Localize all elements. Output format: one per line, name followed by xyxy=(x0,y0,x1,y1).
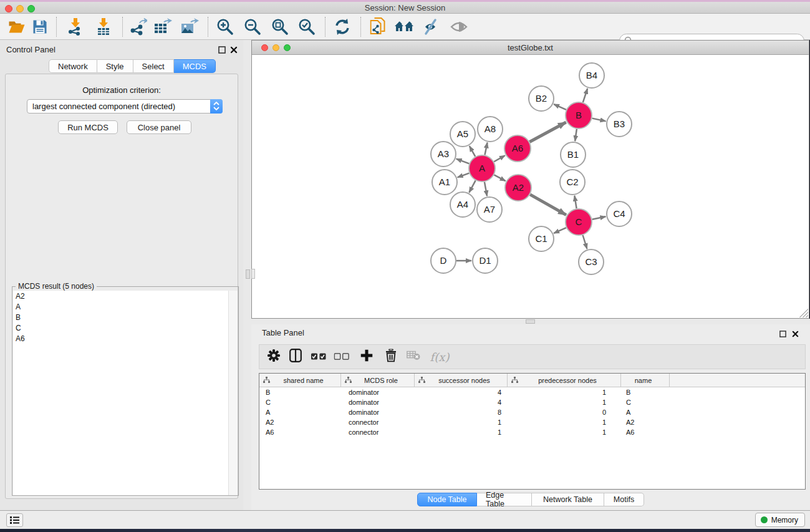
graph-node-A7[interactable]: A7 xyxy=(477,197,502,222)
table-cell[interactable]: B xyxy=(621,389,670,396)
column-header-name[interactable]: name xyxy=(621,374,670,387)
graph-edge-B-B1[interactable] xyxy=(575,129,577,141)
add-icon[interactable] xyxy=(361,350,373,364)
delete-table-icon[interactable] xyxy=(407,351,420,363)
graph-node-A1[interactable]: A1 xyxy=(432,170,457,195)
column-header-shared-name[interactable]: shared name xyxy=(259,374,341,387)
graph-node-D[interactable]: D xyxy=(431,248,456,273)
mcds-result-item[interactable]: A2 xyxy=(13,291,229,301)
window-resize-grip[interactable] xyxy=(799,309,808,317)
columns-icon[interactable] xyxy=(289,349,302,365)
table-cell[interactable]: 8 xyxy=(415,409,508,416)
graph-node-B3[interactable]: B3 xyxy=(607,112,632,137)
graph-edge-C-C4[interactable] xyxy=(592,216,606,219)
graph-node-A[interactable]: A xyxy=(469,155,495,181)
table-cell[interactable]: A xyxy=(259,409,341,416)
graph-edge-C-C1[interactable] xyxy=(554,228,566,233)
refresh-icon[interactable] xyxy=(334,19,350,35)
graph-edge-A6-B[interactable] xyxy=(529,122,566,142)
table-cell[interactable]: connector xyxy=(341,428,415,436)
graph-node-C1[interactable]: C1 xyxy=(529,226,554,251)
close-panel-icon[interactable] xyxy=(230,45,238,53)
table-cell[interactable]: 1 xyxy=(508,418,621,426)
table-cell[interactable]: A2 xyxy=(259,418,341,426)
graph-node-B1[interactable]: B1 xyxy=(561,142,586,167)
mcds-result-item[interactable]: A6 xyxy=(13,333,229,344)
float-panel-icon[interactable] xyxy=(779,329,788,337)
table-row-A[interactable]: Adominator80A xyxy=(259,407,805,417)
table-cell[interactable]: 1 xyxy=(508,399,621,406)
export-image-icon[interactable] xyxy=(180,18,199,36)
graph-node-B4[interactable]: B4 xyxy=(579,63,604,88)
graph-node-B[interactable]: B xyxy=(566,102,592,128)
task-history-button[interactable] xyxy=(6,513,23,527)
import-network-icon[interactable] xyxy=(67,18,84,36)
open-session-icon[interactable] xyxy=(9,19,26,34)
titlebar[interactable]: Session: New Session xyxy=(0,2,810,14)
tab-network-table[interactable]: Network Table xyxy=(532,493,604,506)
graph-node-A5[interactable]: A5 xyxy=(450,122,475,147)
table-cell[interactable]: 4 xyxy=(415,399,508,406)
table-row-A2[interactable]: A2connector11A2 xyxy=(259,417,805,427)
graph-edge-B-B2[interactable] xyxy=(554,104,566,110)
table-row-B[interactable]: Bdominator41B xyxy=(259,387,805,397)
table-cell[interactable]: 1 xyxy=(415,418,508,426)
table-cell[interactable]: dominator xyxy=(341,399,415,406)
table-cell[interactable]: A6 xyxy=(621,428,670,436)
table-row-C[interactable]: Cdominator41C xyxy=(259,397,805,407)
mcds-result-item[interactable]: B xyxy=(13,312,229,322)
column-header-MCDS-role[interactable]: MCDS role xyxy=(341,374,415,387)
show-all-icon[interactable] xyxy=(394,20,414,34)
tab-select[interactable]: Select xyxy=(133,59,174,73)
graph-edge-A-A1[interactable] xyxy=(458,173,470,178)
table-cell[interactable]: A2 xyxy=(621,418,670,426)
graph-edge-C-C3[interactable] xyxy=(583,235,587,249)
export-table-icon[interactable] xyxy=(153,18,172,36)
graph-edge-A-A6[interactable] xyxy=(494,155,505,162)
graph-edge-B-B4[interactable] xyxy=(583,89,587,102)
tab-motifs[interactable]: Motifs xyxy=(604,493,644,506)
close-panel-button[interactable]: Close panel xyxy=(127,120,191,134)
graph-node-A3[interactable]: A3 xyxy=(431,142,456,167)
show-details-icon[interactable] xyxy=(450,20,468,34)
zoom-in-icon[interactable] xyxy=(216,18,234,36)
table-row-A6[interactable]: A6connector11A6 xyxy=(259,427,805,437)
table-cell[interactable]: 1 xyxy=(508,389,621,396)
graph-node-D1[interactable]: D1 xyxy=(473,248,498,273)
graph-node-A2[interactable]: A2 xyxy=(505,175,531,201)
graph-node-B2[interactable]: B2 xyxy=(529,86,554,111)
column-header-successor-nodes[interactable]: successor nodes xyxy=(415,374,508,387)
graph-edge-A-A8[interactable] xyxy=(485,143,487,155)
result-scrollbar[interactable] xyxy=(228,291,238,495)
table-cell[interactable]: 4 xyxy=(415,389,508,396)
table-cell[interactable]: A6 xyxy=(259,428,341,436)
graph-node-C4[interactable]: C4 xyxy=(607,201,632,226)
table-cell[interactable]: A xyxy=(621,409,670,416)
table-cell[interactable]: connector xyxy=(341,418,415,426)
graph-edge-A-A4[interactable] xyxy=(469,180,475,192)
hide-details-icon[interactable] xyxy=(422,18,439,36)
gear-icon[interactable] xyxy=(268,349,281,365)
mcds-result-item[interactable]: C xyxy=(13,322,229,333)
graph-edge-A2-C[interactable] xyxy=(530,195,566,215)
network-canvas[interactable]: B4B2BB3A8A5A6A3B1AA1C2A2A4A7C4CC1C3DD1 xyxy=(252,55,809,318)
graph-edge-B-B3[interactable] xyxy=(592,118,606,122)
table-cell[interactable]: dominator xyxy=(341,389,415,396)
splitter-grip[interactable] xyxy=(526,319,535,324)
function-builder-icon[interactable]: f(x) xyxy=(430,351,450,364)
graph-edge-C-C2[interactable] xyxy=(574,196,576,209)
mcds-result-item[interactable]: A xyxy=(13,301,229,312)
graph-edge-A-A5[interactable] xyxy=(470,146,475,157)
network-window-titlebar[interactable]: testGlobe.txt xyxy=(252,41,809,55)
horizontal-splitter[interactable] xyxy=(251,319,810,324)
graph-node-C2[interactable]: C2 xyxy=(560,170,585,195)
graph-edge-A-A3[interactable] xyxy=(456,159,470,164)
splitter-grip[interactable] xyxy=(246,269,250,279)
table-cell[interactable]: C xyxy=(259,399,341,406)
select-all-icon[interactable] xyxy=(311,351,327,362)
zoom-out-icon[interactable] xyxy=(244,18,261,36)
delete-icon[interactable] xyxy=(385,349,397,365)
table-cell[interactable]: dominator xyxy=(341,409,415,416)
optimization-criterion-dropdown[interactable]: largest connected component (directed) xyxy=(27,99,223,114)
graph-node-C[interactable]: C xyxy=(566,209,592,235)
